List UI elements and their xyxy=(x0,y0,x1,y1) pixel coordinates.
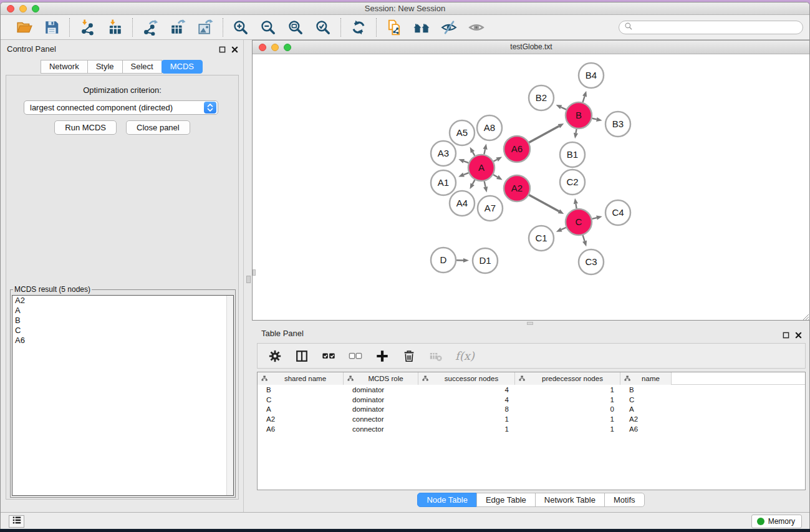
network-resize-grip[interactable] xyxy=(802,312,809,319)
network-overview-icon[interactable] xyxy=(413,19,430,36)
table-cell: B xyxy=(620,386,672,394)
graph-edge-A6-B[interactable] xyxy=(529,126,559,142)
result-item[interactable]: A6 xyxy=(12,336,233,346)
result-item[interactable]: C xyxy=(12,326,233,336)
graph-edge-B-B2[interactable] xyxy=(561,107,566,110)
hide-graphics-icon[interactable] xyxy=(440,19,458,36)
select-all-icon[interactable] xyxy=(321,349,336,364)
column-header-shared-name[interactable]: shared name xyxy=(258,372,344,385)
tab-motifs[interactable]: Motifs xyxy=(604,493,645,507)
refresh-icon[interactable] xyxy=(350,19,367,36)
graph-edge-A-A6[interactable] xyxy=(493,160,497,162)
graph-edge-A-A3[interactable] xyxy=(464,161,469,163)
show-graphics-icon[interactable] xyxy=(468,19,485,36)
table-cell: A xyxy=(258,405,344,413)
graph-edge-A-A8[interactable] xyxy=(484,149,485,154)
tab-style[interactable]: Style xyxy=(87,60,123,74)
status-bar: Memory xyxy=(1,512,809,529)
network-vscroll-hint[interactable] xyxy=(253,269,256,276)
graph-edge-A-A4[interactable] xyxy=(473,180,475,184)
network-canvas[interactable]: B4B2BB3A8A5A6A3B1AC2A1A2A4A7C4CC1DD1C3 xyxy=(253,54,810,320)
export-table-icon[interactable] xyxy=(169,19,186,36)
tab-node-table[interactable]: Node Table xyxy=(417,493,477,507)
table-cell: 0 xyxy=(515,405,620,413)
tab-network[interactable]: Network xyxy=(41,60,88,74)
optimization-criterion-select[interactable]: largest connected component (directed) xyxy=(24,100,218,115)
table-cell: 4 xyxy=(418,386,515,394)
zoom-selected-icon[interactable] xyxy=(314,19,332,36)
graph-edge-B-B4[interactable] xyxy=(583,96,585,102)
graph-edge-A-A2[interactable] xyxy=(493,175,498,177)
search-input[interactable] xyxy=(636,22,803,33)
window-titlebar[interactable]: Session: New Session xyxy=(1,2,809,15)
tab-mcds[interactable]: MCDS xyxy=(162,60,203,74)
close-panel-button[interactable]: Close panel xyxy=(126,120,190,135)
control-panel: Control Panel NetworkStyleSelectMCDS Opt… xyxy=(1,40,244,512)
toggle-columns-icon[interactable] xyxy=(294,349,309,364)
toolbar-group xyxy=(7,19,69,36)
table-row[interactable]: Cdominator41C xyxy=(258,395,805,405)
selected-criterion: largest connected component (directed) xyxy=(24,103,204,112)
graph-edge-A-A7[interactable] xyxy=(485,181,486,187)
node-table: shared nameMCDS rolesuccessor nodesprede… xyxy=(257,372,806,490)
result-item[interactable]: A2 xyxy=(12,296,233,306)
network-window-titlebar[interactable]: testGlobe.txt xyxy=(253,41,810,54)
table-row[interactable]: A6connector11A6 xyxy=(258,424,805,434)
delete-table-icon xyxy=(428,349,443,364)
graph-edge-A-A5[interactable] xyxy=(473,152,475,156)
close-table-panel-icon[interactable] xyxy=(795,330,802,341)
run-mcds-button[interactable]: Run MCDS xyxy=(54,120,117,135)
zoom-in-icon[interactable] xyxy=(232,19,249,36)
deselect-all-icon[interactable] xyxy=(348,349,363,364)
result-item[interactable]: A xyxy=(12,306,233,316)
graph-node-label: D1 xyxy=(479,255,491,266)
graph-edge-A-A1[interactable] xyxy=(464,173,469,175)
search-box[interactable] xyxy=(619,21,803,34)
table-cell: 1 xyxy=(418,415,515,423)
zoom-out-icon[interactable] xyxy=(259,19,277,36)
graph-edge-A2-C[interactable] xyxy=(529,195,559,211)
import-network-icon[interactable] xyxy=(79,19,96,36)
export-network-icon[interactable] xyxy=(142,19,159,36)
table-cell: A6 xyxy=(258,425,344,433)
panel-divider-grip[interactable] xyxy=(246,276,251,283)
graph-edge-C-C1[interactable] xyxy=(561,228,566,230)
memory-button[interactable]: Memory xyxy=(751,515,802,528)
zoom-fit-icon[interactable] xyxy=(287,19,304,36)
tab-network-table[interactable]: Network Table xyxy=(535,493,605,507)
table-settings-gear-icon[interactable] xyxy=(268,349,282,364)
column-type-icon xyxy=(519,375,531,382)
tab-edge-table[interactable]: Edge Table xyxy=(476,493,536,507)
column-header-name[interactable]: name xyxy=(620,372,672,385)
tab-select[interactable]: Select xyxy=(122,60,162,74)
create-column-icon[interactable] xyxy=(375,349,390,364)
graph-edge-arrowhead xyxy=(582,91,587,97)
float-panel-icon[interactable] xyxy=(219,44,226,56)
graph-edge-arrowhead xyxy=(463,258,469,263)
close-panel-icon[interactable] xyxy=(231,44,238,56)
new-session-icon[interactable] xyxy=(385,19,403,36)
table-row[interactable]: A2connector11A2 xyxy=(258,414,805,424)
save-session-icon[interactable] xyxy=(43,19,60,36)
graph-edge-C-C4[interactable] xyxy=(592,218,597,219)
column-header-MCDS-role[interactable]: MCDS role xyxy=(344,372,418,385)
import-table-icon[interactable] xyxy=(106,19,123,36)
column-header-predecessor-nodes[interactable]: predecessor nodes xyxy=(515,372,620,385)
show-panels-list-button[interactable] xyxy=(9,515,24,528)
open-file-icon[interactable] xyxy=(16,19,33,36)
float-table-panel-icon[interactable] xyxy=(783,330,789,341)
mcds-result-list[interactable]: A2ABCA6 xyxy=(12,295,234,496)
delete-column-icon[interactable] xyxy=(402,349,417,364)
export-image-icon[interactable] xyxy=(196,19,214,36)
graph-edge-B-B3[interactable] xyxy=(592,118,596,120)
graph-edge-B-B1[interactable] xyxy=(576,129,576,133)
result-item[interactable]: B xyxy=(12,316,233,326)
graph-edge-C-C2[interactable] xyxy=(576,204,576,209)
result-list-scrollbar[interactable] xyxy=(226,296,233,495)
table-cell: A xyxy=(620,405,672,413)
table-row[interactable]: Bdominator41B xyxy=(258,385,805,395)
column-header-successor-nodes[interactable]: successor nodes xyxy=(418,372,515,385)
table-row[interactable]: Adominator80A xyxy=(258,405,805,415)
graph-edge-C-C3[interactable] xyxy=(583,235,585,241)
network-hscroll-hint[interactable] xyxy=(527,322,533,325)
